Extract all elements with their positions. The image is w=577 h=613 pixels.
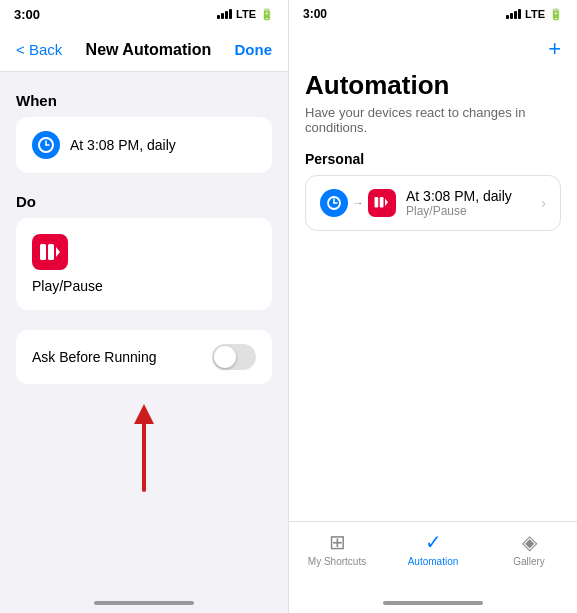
when-section-label: When <box>16 92 272 109</box>
automation-info: At 3:08 PM, daily Play/Pause <box>406 188 531 218</box>
shortcuts-label: My Shortcuts <box>308 556 366 567</box>
page-subtitle: Have your devices react to changes in co… <box>305 105 561 135</box>
left-home-indicator <box>0 593 288 613</box>
left-time: 3:00 <box>14 7 40 22</box>
automation-play-svg <box>374 197 390 209</box>
do-card[interactable]: Play/Pause <box>16 218 272 310</box>
left-status-bar: 3:00 LTE 🔋 <box>0 0 288 28</box>
right-home-bar <box>383 601 483 605</box>
automation-arrow-icon: → <box>352 196 364 210</box>
toggle-knob <box>214 346 236 368</box>
toggle-row: Ask Before Running <box>16 330 272 384</box>
red-arrow-svg <box>124 400 164 500</box>
toggle-label: Ask Before Running <box>32 349 157 365</box>
automation-list-item[interactable]: → At 3:08 PM, daily Play/Pause › <box>305 175 561 231</box>
tab-automation[interactable]: ✓ Automation <box>385 530 481 567</box>
automation-clock-svg <box>326 195 342 211</box>
svg-rect-10 <box>375 197 379 208</box>
page-title: Automation <box>305 70 561 101</box>
right-panel: 3:00 LTE 🔋 + Automation Have your device… <box>288 0 577 613</box>
svg-rect-11 <box>380 197 384 208</box>
play-pause-icon <box>32 234 68 270</box>
arrow-annotation <box>16 400 272 500</box>
automation-play-icon <box>368 189 396 217</box>
svg-marker-12 <box>385 199 388 207</box>
do-section: Do Play/Pause <box>16 193 272 310</box>
right-status-bar: 3:00 LTE 🔋 <box>289 0 577 28</box>
shortcuts-icon: ⊞ <box>329 530 346 554</box>
left-status-icons: LTE 🔋 <box>217 8 274 21</box>
tab-bar: ⊞ My Shortcuts ✓ Automation ◈ Gallery <box>289 521 577 593</box>
tab-gallery[interactable]: ◈ Gallery <box>481 530 577 567</box>
when-card[interactable]: At 3:08 PM, daily <box>16 117 272 173</box>
right-nav: + <box>289 28 577 66</box>
battery-icon: 🔋 <box>260 8 274 21</box>
right-battery-icon: 🔋 <box>549 8 563 21</box>
right-lte-label: LTE <box>525 8 545 20</box>
action-label: Play/Pause <box>32 278 103 294</box>
clock-face <box>38 137 54 153</box>
clock-svg <box>40 139 52 151</box>
left-content: When At 3:08 PM, daily Do <box>0 72 288 593</box>
right-home-indicator <box>289 593 577 613</box>
back-button[interactable]: < Back <box>16 41 62 58</box>
right-signal-icon <box>506 9 521 19</box>
tab-my-shortcuts[interactable]: ⊞ My Shortcuts <box>289 530 385 567</box>
done-button[interactable]: Done <box>235 41 273 58</box>
svg-rect-3 <box>48 244 54 260</box>
gallery-label: Gallery <box>513 556 545 567</box>
right-content: Automation Have your devices react to ch… <box>289 66 577 521</box>
left-panel: 3:00 LTE 🔋 < Back New Automation Done Wh… <box>0 0 288 613</box>
svg-marker-4 <box>56 247 60 257</box>
home-bar <box>94 601 194 605</box>
right-status-icons: LTE 🔋 <box>506 8 563 21</box>
left-nav-bar: < Back New Automation Done <box>0 28 288 72</box>
lte-label: LTE <box>236 8 256 20</box>
nav-title: New Automation <box>86 41 212 59</box>
when-time-text: At 3:08 PM, daily <box>70 137 176 153</box>
gallery-icon: ◈ <box>522 530 537 554</box>
do-section-label: Do <box>16 193 272 210</box>
svg-rect-2 <box>40 244 46 260</box>
when-row: At 3:08 PM, daily <box>32 131 256 159</box>
automation-icons: → <box>320 189 396 217</box>
personal-section-label: Personal <box>305 151 561 167</box>
automation-time: At 3:08 PM, daily <box>406 188 531 204</box>
add-automation-button[interactable]: + <box>548 36 561 62</box>
chevron-right-icon: › <box>541 195 546 211</box>
clock-icon <box>32 131 60 159</box>
play-pause-svg <box>40 244 60 260</box>
automation-action: Play/Pause <box>406 204 531 218</box>
svg-marker-6 <box>134 404 154 424</box>
signal-icon <box>217 9 232 19</box>
automation-clock-icon <box>320 189 348 217</box>
ask-before-running-toggle[interactable] <box>212 344 256 370</box>
right-time: 3:00 <box>303 7 327 21</box>
automation-tab-icon: ✓ <box>425 530 442 554</box>
automation-tab-label: Automation <box>408 556 459 567</box>
